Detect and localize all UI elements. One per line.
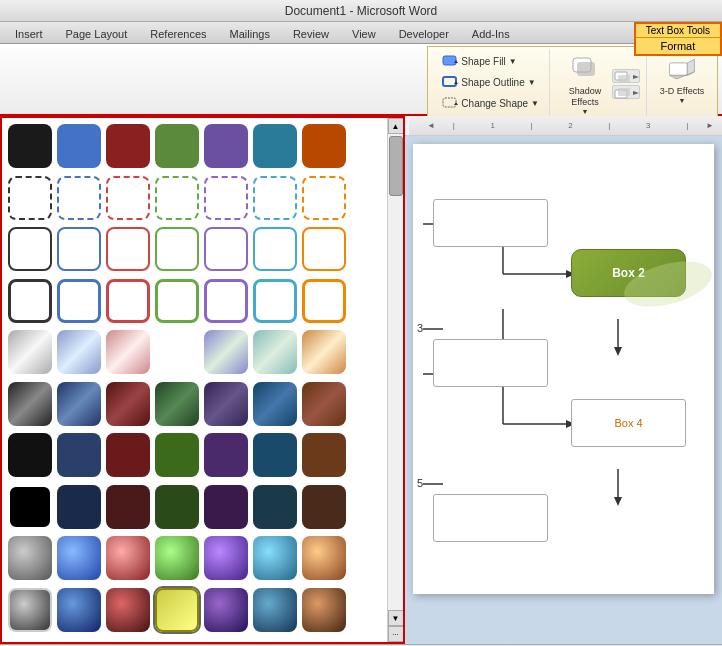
shape-cell[interactable] [155, 536, 199, 580]
shape-cell[interactable] [8, 588, 52, 632]
shape-cell[interactable] [8, 279, 52, 323]
shape-cell[interactable] [106, 485, 150, 529]
shape-cell[interactable] [204, 588, 248, 632]
shape-cell[interactable] [204, 485, 248, 529]
shape-cell[interactable] [204, 124, 248, 168]
context-tab-header: Text Box Tools [634, 22, 722, 37]
shape-cell[interactable] [302, 124, 346, 168]
tab-insert[interactable]: Insert [4, 23, 54, 43]
shape-cell[interactable] [253, 124, 297, 168]
shape-cell[interactable] [302, 588, 346, 632]
shape-cell[interactable] [302, 536, 346, 580]
shape-cell[interactable] [253, 176, 297, 220]
shape-cell[interactable] [204, 176, 248, 220]
shape-cell[interactable] [155, 176, 199, 220]
shape-cell[interactable] [204, 536, 248, 580]
shadow-sub-btn-2[interactable] [612, 85, 640, 99]
tab-review[interactable]: Review [282, 23, 340, 43]
shape-cell[interactable] [106, 588, 150, 632]
shape-fill-arrow: ▼ [509, 57, 517, 66]
svg-marker-10 [633, 75, 639, 79]
shape-cell[interactable] [106, 382, 150, 426]
scroll-thumb[interactable] [389, 136, 403, 196]
shape-cell[interactable] [155, 330, 199, 374]
tab-page-layout[interactable]: Page Layout [55, 23, 139, 43]
three-d-effects-button[interactable]: 3-D Effects ▼ [657, 51, 707, 107]
shape-cell[interactable] [302, 176, 346, 220]
shape-cell[interactable] [253, 279, 297, 323]
shape-cell[interactable] [204, 279, 248, 323]
shape-cell[interactable] [253, 330, 297, 374]
shape-cell[interactable] [155, 588, 199, 632]
shape-cell[interactable] [204, 227, 248, 271]
scroll-more-button[interactable]: ··· [388, 626, 404, 642]
shape-cell[interactable] [57, 382, 101, 426]
shape-cell[interactable] [155, 433, 199, 477]
tab-mailings[interactable]: Mailings [219, 23, 281, 43]
shape-cell[interactable] [253, 433, 297, 477]
shape-cell[interactable] [106, 124, 150, 168]
shape-cell[interactable] [57, 279, 101, 323]
shape-cell[interactable] [204, 433, 248, 477]
shape-cell[interactable] [155, 227, 199, 271]
shape-cell[interactable] [8, 536, 52, 580]
shape-cell[interactable] [8, 485, 52, 529]
shape-cell[interactable] [253, 485, 297, 529]
shape-cell[interactable] [302, 330, 346, 374]
flow-box-top[interactable] [433, 199, 548, 247]
shape-cell[interactable] [302, 279, 346, 323]
shape-cell[interactable] [57, 433, 101, 477]
shape-cell[interactable] [8, 382, 52, 426]
tab-add-ins[interactable]: Add-Ins [461, 23, 521, 43]
shadow-sub-btn-1[interactable] [612, 69, 640, 83]
shape-cell[interactable] [302, 227, 346, 271]
shape-cell[interactable] [204, 330, 248, 374]
flow-box-4[interactable]: Box 4 [571, 399, 686, 447]
shape-cell[interactable] [155, 382, 199, 426]
flow-box-bottom[interactable] [433, 494, 548, 542]
shape-cell[interactable] [106, 279, 150, 323]
shape-cell[interactable] [253, 382, 297, 426]
shape-cell[interactable] [57, 485, 101, 529]
shape-cell[interactable] [57, 176, 101, 220]
scrollbar[interactable]: ▲ ▼ ··· [387, 118, 403, 642]
tab-developer[interactable]: Developer [388, 23, 460, 43]
shape-cell[interactable] [8, 433, 52, 477]
shape-cell[interactable] [57, 536, 101, 580]
scroll-up-button[interactable]: ▲ [388, 118, 404, 134]
shape-cell[interactable] [106, 536, 150, 580]
shape-cell[interactable] [302, 485, 346, 529]
shape-outline-button[interactable]: Shape Outline ▼ [438, 72, 543, 92]
shape-cell[interactable] [253, 536, 297, 580]
shape-cell[interactable] [204, 382, 248, 426]
shape-cell[interactable] [8, 227, 52, 271]
shadow-effects-button[interactable]: Shadow Effects ▼ [560, 51, 610, 118]
shape-cell[interactable] [302, 382, 346, 426]
flow-box-middle[interactable] [433, 339, 548, 387]
shape-cell[interactable] [8, 124, 52, 168]
context-tab-format[interactable]: Format [634, 37, 722, 56]
shape-cell[interactable] [57, 330, 101, 374]
scroll-down-button[interactable]: ▼ [388, 610, 404, 626]
tab-references[interactable]: References [139, 23, 217, 43]
shape-cell[interactable] [106, 227, 150, 271]
shape-cell[interactable] [155, 279, 199, 323]
shape-cell[interactable] [155, 485, 199, 529]
shape-cell[interactable] [8, 330, 52, 374]
change-shape-button[interactable]: Change Shape ▼ [438, 93, 543, 113]
shape-cell[interactable] [302, 433, 346, 477]
shape-cell[interactable] [106, 433, 150, 477]
shape-cell[interactable] [106, 330, 150, 374]
shape-cell[interactable] [106, 176, 150, 220]
shape-cell[interactable] [57, 227, 101, 271]
shape-cell[interactable] [57, 124, 101, 168]
shape-fill-button[interactable]: Shape Fill ▼ [438, 51, 543, 71]
shape-cell[interactable] [253, 227, 297, 271]
shape-cell[interactable] [8, 176, 52, 220]
ruler-content: ◄ |1|2|3| ► [409, 116, 722, 135]
shape-cell[interactable] [155, 124, 199, 168]
shape-cell[interactable] [57, 588, 101, 632]
shape-cell[interactable] [253, 588, 297, 632]
shape-grid [2, 118, 403, 642]
tab-view[interactable]: View [341, 23, 387, 43]
